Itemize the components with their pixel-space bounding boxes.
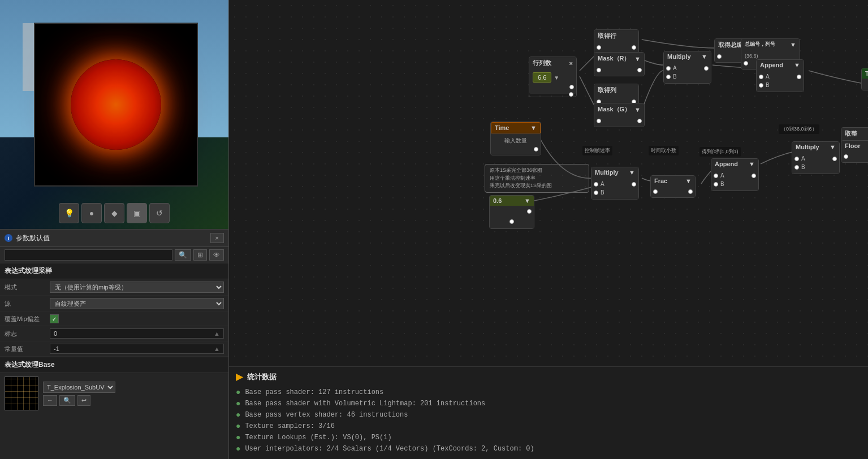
prop-value-mode: 无（使用计算的mip等级） <box>50 282 224 293</box>
prop-value-const: -1▲ <box>50 344 224 354</box>
texture-name-select[interactable]: T_Explosion_SubUV <box>43 382 115 393</box>
node-append2-body: A B <box>711 169 758 190</box>
left-panel: 💡 ● ◆ ▣ ↺ i 参数默认值 × 🔍 ⊞ 👁 <box>0 0 229 459</box>
stats-line-5: ● Texture Lookups (Est.): VS(0), PS(1) <box>236 432 861 443</box>
v06-out2 <box>509 219 514 224</box>
section2-header: 表达式纹理Base <box>0 357 228 373</box>
rows-output <box>569 85 574 89</box>
app1-b-in <box>759 83 763 88</box>
search-button[interactable]: 🔍 <box>175 249 191 261</box>
stats-text-4: Texture samplers: 3/16 <box>245 422 334 430</box>
app2-out <box>752 174 756 178</box>
texture-row: T_Explosion_SubUV ← 🔍 ↩ <box>0 373 228 414</box>
node-time[interactable]: Time ▼ 输入数量 <box>490 122 541 155</box>
rows-value-area: 6,6 ▼ <box>532 71 574 84</box>
m2-out <box>832 157 837 161</box>
stats-text-1: Base pass shader: 127 instructions <box>245 388 383 396</box>
node-multiply1[interactable]: Multiply ▼ A B <box>663 51 711 84</box>
texture-info: T_Explosion_SubUV ← 🔍 ↩ <box>43 382 224 406</box>
stats-text-6: User interpolators: 2/4 Scalars (1/4 Vec… <box>245 445 534 453</box>
app1-a-in <box>759 75 763 79</box>
node-graph[interactable]: Time ▼ 输入数量 行列数 × <box>229 0 868 366</box>
node-get-row-header: 取得行 <box>594 30 638 42</box>
rows-out-pin <box>532 84 574 90</box>
right-panel: Time ▼ 输入数量 行列数 × <box>229 0 868 459</box>
props-search-input[interactable] <box>5 249 172 261</box>
node-floor[interactable]: Floor ▼ <box>841 140 868 163</box>
node-rows-body: 6,6 ▼ <box>529 69 576 94</box>
preview-btn-cube[interactable]: ▣ <box>127 203 147 223</box>
node-floor-header: Floor ▼ <box>841 141 868 151</box>
node-append1-body: A B <box>757 70 804 92</box>
node-get-row[interactable]: 取得行 <box>594 29 639 54</box>
preview-btn-plane[interactable]: ◆ <box>104 203 124 223</box>
node-frac[interactable]: Frac ▼ <box>650 175 696 198</box>
node-append2[interactable]: Append ▼ A B <box>711 158 759 191</box>
const-number[interactable]: -1▲ <box>50 344 224 354</box>
prop-label-mode: 模式 <box>5 283 50 292</box>
stats-panel: ▶ 统计数据 ● Base pass shader: 127 instructi… <box>229 366 868 459</box>
node-frac-header: Frac ▼ <box>651 176 695 186</box>
get-row-in <box>597 45 601 50</box>
node-floor-body <box>841 151 868 162</box>
preview-toolbar: 💡 ● ◆ ▣ ↺ <box>59 203 170 223</box>
texture-reset-btn[interactable]: ↩ <box>77 395 90 406</box>
app2-a-in <box>714 174 718 178</box>
node-texcoord[interactable]: TexCoord[0] ▼ <box>861 68 868 90</box>
texture-back-btn[interactable]: ← <box>43 395 57 406</box>
total-in <box>717 54 722 59</box>
node-get-row-body <box>594 42 638 53</box>
preview-btn-reset[interactable]: ↺ <box>149 203 170 223</box>
node-value06-body <box>490 206 534 228</box>
bullet-4: ● <box>236 422 240 431</box>
time-out-pin <box>493 146 538 153</box>
comment-original: 原本1S采完全部36张图 用这个乘法控制速率 乘完以后改变现实1S采的图 <box>485 164 589 193</box>
stats-line-3: ● Base pass vertex shader: 46 instructio… <box>236 409 861 421</box>
m3-out <box>632 182 636 187</box>
trc-in <box>744 61 748 66</box>
node-multiply1-body: A B <box>664 62 711 83</box>
node-round-header: 取整 <box>841 128 868 140</box>
node-rows-cols[interactable]: 行列数 × 6,6 ▼ <box>529 57 577 97</box>
m1-out <box>704 66 709 71</box>
node-mask-g-header: Mask（G） ▼ <box>594 103 644 115</box>
time-subtitle: 输入数量 <box>493 136 538 146</box>
node-multiply1-header: Multiply ▼ <box>664 51 711 62</box>
comment-time-frac: 时间取小数 <box>649 146 679 155</box>
eye-button[interactable]: 👁 <box>209 249 224 261</box>
stats-line-4: ● Texture samplers: 3/16 <box>236 421 861 432</box>
prop-row-mode: 模式 无（使用计算的mip等级） <box>0 279 228 296</box>
props-close-btn[interactable]: × <box>210 233 224 243</box>
node-value06[interactable]: 0.6 ▼ <box>489 195 534 229</box>
node-multiply3[interactable]: Multiply ▼ A B <box>591 167 639 200</box>
bullet-2: ● <box>236 399 240 408</box>
texture-search-btn[interactable]: 🔍 <box>59 395 75 406</box>
node-multiply2[interactable]: Multiply ▼ A B <box>792 141 840 174</box>
rows-value: 6,6 <box>533 72 551 83</box>
props-header-title: 参数默认值 <box>16 233 50 243</box>
prop-label-const: 常量值 <box>5 345 50 353</box>
prop-row-mip: 覆盖Mip偏差 ✓ <box>0 312 228 326</box>
mode-select[interactable]: 无（使用计算的mip等级） <box>50 282 224 293</box>
bullet-5: ● <box>236 433 240 442</box>
preview-btn-light[interactable]: 💡 <box>59 203 79 223</box>
preview-btn-sphere[interactable]: ● <box>81 203 102 223</box>
flame-effect <box>71 59 161 150</box>
node-append1[interactable]: Append ▼ A B <box>756 59 804 92</box>
props-panel: i 参数默认值 × 🔍 ⊞ 👁 表达式纹理采样 模式 无（使用计算的mip等 <box>0 229 228 459</box>
mip-checkbox[interactable]: ✓ <box>50 314 59 323</box>
texture-grid-preview <box>5 377 38 410</box>
prop-value-flag: 0▲ <box>50 328 224 339</box>
node-mask-g[interactable]: Mask（G） ▼ <box>594 103 645 127</box>
node-mask-g-body <box>594 115 644 127</box>
props-search-area: 🔍 ⊞ 👁 <box>0 247 228 263</box>
stats-icon: ▶ <box>236 371 243 382</box>
source-select[interactable]: 自纹理资产 <box>50 298 224 309</box>
node-time-body: 输入数量 <box>491 133 541 155</box>
flag-number[interactable]: 0▲ <box>50 328 224 339</box>
node-mask-r-body <box>594 64 644 76</box>
grid-view-button[interactable]: ⊞ <box>193 249 207 261</box>
node-mask-r[interactable]: Mask（R） ▼ <box>594 52 645 76</box>
texture-thumbnail <box>5 376 38 410</box>
stats-line-2: ● Base pass shader with Volumetric Light… <box>236 398 861 409</box>
